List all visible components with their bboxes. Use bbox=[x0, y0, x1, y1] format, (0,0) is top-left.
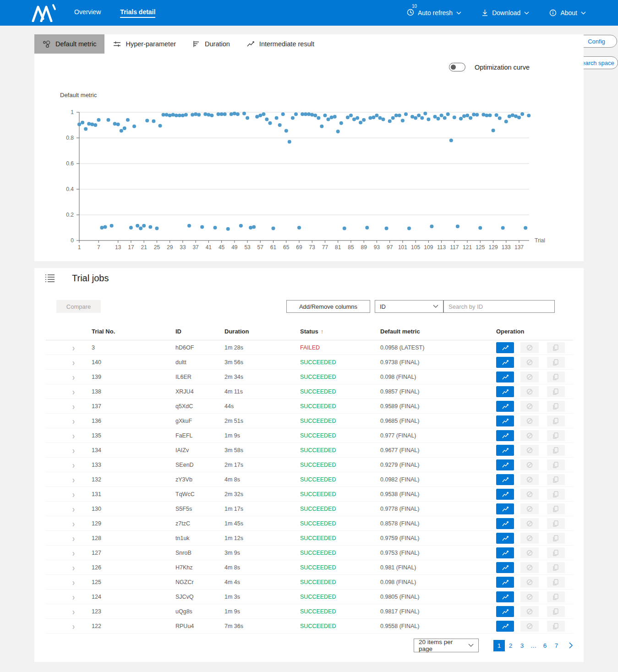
scatter-point bbox=[126, 118, 130, 122]
view-intermediate-button[interactable] bbox=[496, 445, 514, 456]
kill-icon bbox=[526, 359, 533, 366]
view-intermediate-button[interactable] bbox=[496, 459, 514, 470]
default-metric-scatter-chart[interactable]: 00.20.40.60.8117131721252933374145495357… bbox=[34, 103, 584, 261]
view-intermediate-button[interactable] bbox=[496, 621, 514, 632]
page-button-1[interactable]: 1 bbox=[493, 640, 505, 651]
tab-hyper-parameter[interactable]: Hyper-parameter bbox=[104, 34, 184, 54]
nni-logo bbox=[31, 4, 60, 22]
nav-trials-detail[interactable]: Trials detail bbox=[120, 8, 155, 18]
col-default-metric[interactable]: Default metric bbox=[380, 328, 496, 335]
expand-chevron-icon[interactable]: › bbox=[72, 372, 75, 382]
copy-icon bbox=[552, 373, 559, 381]
page-button-2[interactable]: 2 bbox=[505, 640, 516, 651]
expand-chevron-icon[interactable]: › bbox=[72, 562, 75, 572]
y-tick-label: 0.2 bbox=[66, 212, 74, 218]
expand-chevron-icon[interactable]: › bbox=[72, 621, 75, 631]
view-intermediate-button[interactable] bbox=[496, 547, 514, 558]
view-intermediate-button[interactable] bbox=[496, 430, 514, 441]
view-intermediate-button[interactable] bbox=[496, 386, 514, 397]
expand-chevron-icon[interactable]: › bbox=[72, 401, 75, 411]
view-intermediate-button[interactable] bbox=[496, 372, 514, 382]
items-per-page-value: 20 items per page bbox=[419, 639, 468, 652]
auto-refresh-label: Auto refresh bbox=[418, 9, 453, 16]
expand-chevron-icon[interactable]: › bbox=[72, 606, 75, 616]
page-ellipsis: … bbox=[528, 640, 539, 651]
expand-chevron-icon[interactable]: › bbox=[72, 357, 75, 367]
copy-icon bbox=[552, 432, 559, 439]
expand-chevron-icon[interactable]: › bbox=[72, 430, 75, 440]
duration-cell: 1m 45s bbox=[224, 520, 300, 527]
expand-chevron-icon[interactable]: › bbox=[72, 386, 75, 396]
col-status[interactable]: Status↑ bbox=[300, 328, 380, 335]
optimization-curve-toggle[interactable] bbox=[449, 63, 465, 71]
status-cell: SUCCEEDED bbox=[300, 432, 380, 439]
view-intermediate-button[interactable] bbox=[496, 415, 514, 426]
view-intermediate-button[interactable] bbox=[496, 533, 514, 544]
items-per-page-select[interactable]: 20 items per page bbox=[414, 639, 479, 652]
expand-chevron-icon[interactable]: › bbox=[72, 518, 75, 528]
kill-trial-button bbox=[520, 489, 538, 500]
next-page-button[interactable] bbox=[569, 642, 573, 649]
expand-cell: › bbox=[46, 534, 92, 542]
expand-chevron-icon[interactable]: › bbox=[72, 489, 75, 499]
scatter-point bbox=[200, 225, 204, 229]
view-intermediate-button[interactable] bbox=[496, 518, 514, 529]
col-duration[interactable]: Duration bbox=[224, 328, 300, 335]
copy-trial-button bbox=[547, 372, 565, 382]
trial-no-cell: 127 bbox=[92, 550, 175, 556]
scatter-point bbox=[210, 114, 213, 117]
view-intermediate-button[interactable] bbox=[496, 474, 514, 485]
view-intermediate-button[interactable] bbox=[496, 591, 514, 602]
table-row: ›122RPUu47m 36sSUCCEEDED0.9558 (FINAL) bbox=[46, 619, 573, 634]
operation-cell bbox=[496, 342, 573, 353]
table-row: ›138XRJU44m 11sSUCCEEDED0.9857 (FINAL) bbox=[46, 384, 573, 399]
expand-chevron-icon[interactable]: › bbox=[72, 547, 75, 557]
search-field-select[interactable]: ID bbox=[375, 300, 443, 313]
default-metric-cell: 0.0982 (FINAL) bbox=[380, 476, 496, 483]
expand-chevron-icon[interactable]: › bbox=[72, 415, 75, 426]
operation-cell bbox=[496, 474, 573, 485]
compare-button[interactable]: Compare bbox=[56, 300, 101, 313]
view-intermediate-button[interactable] bbox=[496, 577, 514, 588]
expand-chevron-icon[interactable]: › bbox=[72, 342, 75, 352]
expand-chevron-icon[interactable]: › bbox=[72, 459, 75, 470]
expand-chevron-icon[interactable]: › bbox=[72, 577, 75, 587]
tab-duration[interactable]: Duration bbox=[184, 34, 238, 54]
col-id[interactable]: ID bbox=[175, 328, 224, 335]
view-intermediate-button[interactable] bbox=[496, 606, 514, 617]
nav-overview[interactable]: Overview bbox=[74, 8, 101, 18]
scatter-point bbox=[281, 112, 285, 116]
page-button-6[interactable]: 6 bbox=[539, 640, 551, 651]
col-trial-no[interactable]: Trial No. bbox=[92, 328, 175, 335]
view-intermediate-button[interactable] bbox=[496, 342, 514, 353]
trial-no-cell: 124 bbox=[92, 594, 175, 600]
expand-chevron-icon[interactable]: › bbox=[72, 503, 75, 514]
search-by-id-input[interactable] bbox=[443, 300, 555, 313]
view-intermediate-button[interactable] bbox=[496, 489, 514, 500]
expand-cell: › bbox=[46, 519, 92, 527]
kill-icon bbox=[526, 432, 533, 439]
kill-trial-button bbox=[520, 401, 538, 412]
auto-refresh-menu[interactable]: 10 Auto refresh bbox=[407, 9, 461, 17]
tab-default-metric[interactable]: Default metric bbox=[34, 34, 104, 54]
trial-id-cell: XRJU4 bbox=[175, 388, 224, 395]
expand-chevron-icon[interactable]: › bbox=[72, 591, 75, 601]
page-button-7[interactable]: 7 bbox=[551, 640, 562, 651]
view-intermediate-button[interactable] bbox=[496, 503, 514, 514]
page-button-3[interactable]: 3 bbox=[516, 640, 528, 651]
expand-chevron-icon[interactable]: › bbox=[72, 533, 75, 543]
y-tick-label: 0.8 bbox=[66, 135, 74, 141]
view-intermediate-button[interactable] bbox=[496, 401, 514, 412]
view-intermediate-button[interactable] bbox=[496, 357, 514, 368]
kill-trial-button bbox=[520, 474, 538, 485]
add-remove-columns-button[interactable]: Add/Remove columns bbox=[286, 300, 370, 313]
scatter-point bbox=[330, 115, 334, 119]
view-intermediate-button[interactable] bbox=[496, 562, 514, 573]
download-menu[interactable]: Download bbox=[481, 9, 529, 16]
tab-intermediate-result[interactable]: Intermediate result bbox=[238, 34, 323, 54]
about-menu[interactable]: About bbox=[549, 9, 586, 16]
table-row: ›139IL6ER2m 34sSUCCEEDED0.098 (FINAL) bbox=[46, 370, 573, 384]
expand-chevron-icon[interactable]: › bbox=[72, 474, 75, 484]
x-tick-label: 77 bbox=[322, 244, 328, 251]
expand-chevron-icon[interactable]: › bbox=[72, 445, 75, 455]
